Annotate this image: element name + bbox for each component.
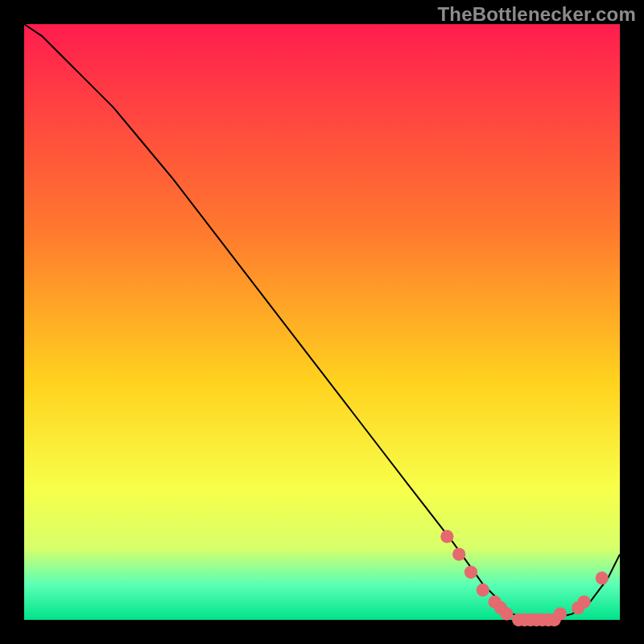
curve-layer xyxy=(24,24,620,620)
data-marker xyxy=(452,547,465,560)
data-marker xyxy=(440,530,453,543)
data-marker xyxy=(500,607,513,620)
data-marker xyxy=(464,566,477,579)
bottleneck-curve xyxy=(24,24,620,620)
marker-group xyxy=(440,530,609,626)
data-marker xyxy=(577,596,590,609)
data-marker xyxy=(596,572,609,584)
watermark-text: TheBottlenecker.com xyxy=(437,3,636,26)
plot-area xyxy=(24,24,620,620)
data-marker xyxy=(554,607,567,620)
data-marker xyxy=(477,584,489,597)
chart-container: TheBottlenecker.com xyxy=(0,0,644,644)
